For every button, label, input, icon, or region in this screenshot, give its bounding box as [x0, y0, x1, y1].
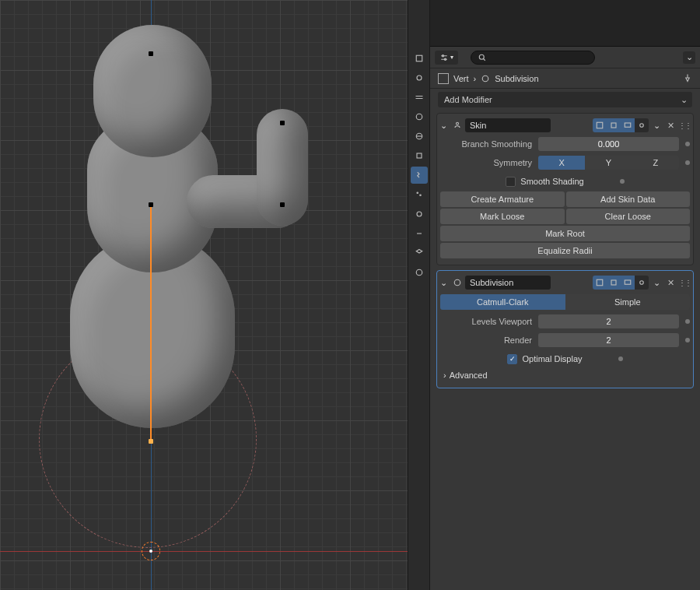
tab-viewlayer[interactable] — [411, 89, 428, 106]
modifier-name-field[interactable]: Subdivision — [465, 276, 551, 290]
anim-dot[interactable] — [685, 319, 690, 324]
svg-point-18 — [454, 279, 460, 286]
edit-mode-toggle[interactable] — [607, 118, 621, 132]
svg-point-12 — [483, 76, 489, 82]
tab-physics[interactable] — [411, 205, 428, 223]
svg-point-6 — [419, 195, 421, 196]
anim-dot[interactable] — [685, 338, 690, 342]
symmetry-x-toggle[interactable]: X — [538, 156, 585, 170]
drag-handle[interactable] — [679, 118, 690, 132]
edit-mode-toggle[interactable] — [607, 276, 621, 290]
search-icon — [478, 53, 487, 62]
visibility-toggles — [593, 276, 649, 290]
levels-render-label: Render — [440, 335, 538, 345]
modifier-panel-skin: ⌄ Skin ⌄ ✕ Branch Smoothing 0.000 — [436, 113, 694, 265]
skin-modifier-icon — [453, 121, 462, 130]
subsurf-modifier-icon — [453, 278, 462, 287]
collapse-toggle[interactable]: ⌄ — [440, 278, 450, 288]
vertex[interactable] — [149, 202, 153, 207]
svg-point-11 — [479, 54, 484, 59]
tab-data[interactable] — [411, 244, 428, 262]
tab-modifiers[interactable] — [411, 167, 428, 184]
vertex[interactable] — [149, 51, 153, 56]
on-cage-toggle[interactable] — [593, 118, 607, 132]
tab-scene[interactable] — [411, 108, 428, 125]
add-skin-data-button[interactable]: Add Skin Data — [566, 191, 691, 207]
modifier-panel-subdivision: ⌄ Subdivision ⌄ ✕ Catmull-Clark Simple — [436, 270, 694, 388]
search-input[interactable] — [471, 51, 595, 65]
advanced-subpanel[interactable]: › Advanced — [440, 367, 690, 383]
svg-point-13 — [457, 122, 459, 125]
axis-x — [0, 551, 408, 552]
tab-world[interactable] — [411, 128, 428, 145]
tab-object[interactable] — [411, 147, 428, 164]
catmull-clark-option[interactable]: Catmull-Clark — [440, 294, 565, 310]
add-modifier-label: Add Modifier — [444, 95, 492, 104]
pin-icon[interactable] — [683, 73, 692, 84]
add-modifier-dropdown[interactable]: Add Modifier — [438, 92, 692, 107]
svg-point-17 — [640, 124, 644, 128]
modifier-extras-dropdown[interactable]: ⌄ — [653, 121, 660, 131]
smooth-shading-label: Smooth Shading — [520, 177, 583, 186]
on-cage-toggle[interactable] — [593, 276, 607, 290]
viewport-3d[interactable] — [0, 0, 408, 590]
modifier-name-field[interactable]: Skin — [465, 118, 551, 132]
optimal-display-checkbox[interactable]: ✓ — [507, 354, 517, 364]
options-dropdown[interactable]: ▾ — [435, 51, 458, 65]
anim-dot[interactable] — [618, 356, 623, 361]
render-toggle[interactable] — [635, 118, 649, 132]
tab-material[interactable] — [411, 264, 428, 281]
branch-smoothing-field[interactable]: 0.000 — [538, 137, 679, 151]
sliders-icon — [439, 53, 449, 62]
mesh-silhouette — [93, 25, 212, 157]
tab-render[interactable] — [411, 50, 428, 67]
tab-constraints[interactable] — [411, 225, 428, 242]
modifier-extras-dropdown[interactable]: ⌄ — [653, 278, 660, 288]
chevron-right-icon: › — [443, 371, 446, 380]
svg-point-8 — [416, 269, 422, 276]
vertex-selected[interactable] — [149, 439, 153, 444]
drag-handle[interactable] — [679, 276, 690, 290]
mark-loose-button[interactable]: Mark Loose — [440, 209, 565, 224]
collapse-toggle[interactable]: ⌄ — [440, 121, 450, 131]
tab-output[interactable] — [411, 69, 428, 86]
svg-rect-0 — [416, 55, 422, 61]
svg-rect-15 — [611, 123, 616, 128]
vertex[interactable] — [280, 202, 285, 207]
tab-particles[interactable] — [411, 186, 428, 203]
anim-dot[interactable] — [620, 179, 625, 184]
breadcrumb-modifier[interactable]: Subdivision — [495, 74, 538, 83]
levels-viewport-field[interactable]: 2 — [538, 314, 679, 328]
properties-tab-column — [408, 0, 429, 590]
branch-smoothing-label: Branch Smoothing — [440, 139, 538, 149]
anim-dot[interactable] — [685, 142, 690, 146]
subdivision-type-toggle: Catmull-Clark Simple — [440, 294, 690, 310]
svg-rect-21 — [625, 280, 631, 284]
realtime-toggle[interactable] — [621, 118, 635, 132]
vertex[interactable] — [280, 121, 285, 125]
svg-point-7 — [417, 212, 422, 216]
create-armature-button[interactable]: Create Armature — [440, 191, 565, 207]
simple-option[interactable]: Simple — [565, 294, 691, 310]
svg-rect-14 — [597, 122, 603, 128]
mark-root-button[interactable]: Mark Root — [440, 226, 690, 241]
levels-render-field[interactable]: 2 — [538, 333, 679, 347]
breadcrumb-object[interactable]: Vert — [453, 74, 469, 83]
equalize-radii-button[interactable]: Equalize Radii — [440, 243, 690, 258]
delete-modifier-button[interactable]: ✕ — [665, 276, 676, 290]
symmetry-y-toggle[interactable]: Y — [585, 156, 632, 170]
optimal-display-label: Optimal Display — [522, 354, 582, 363]
filter-dropdown[interactable]: ⌄ — [683, 51, 695, 64]
anim-dot[interactable] — [685, 160, 690, 165]
delete-modifier-button[interactable]: ✕ — [665, 118, 676, 132]
clear-loose-button[interactable]: Clear Loose — [566, 209, 691, 224]
symmetry-z-toggle[interactable]: Z — [632, 156, 679, 170]
svg-rect-16 — [625, 123, 631, 127]
breadcrumb: Vert › Subdivision — [430, 68, 700, 89]
panel-header-spacer — [430, 0, 700, 47]
smooth-shading-checkbox[interactable] — [506, 177, 516, 187]
svg-point-22 — [640, 281, 644, 285]
realtime-toggle[interactable] — [621, 276, 635, 290]
render-toggle[interactable] — [635, 276, 649, 290]
mesh-silhouette — [257, 109, 308, 226]
